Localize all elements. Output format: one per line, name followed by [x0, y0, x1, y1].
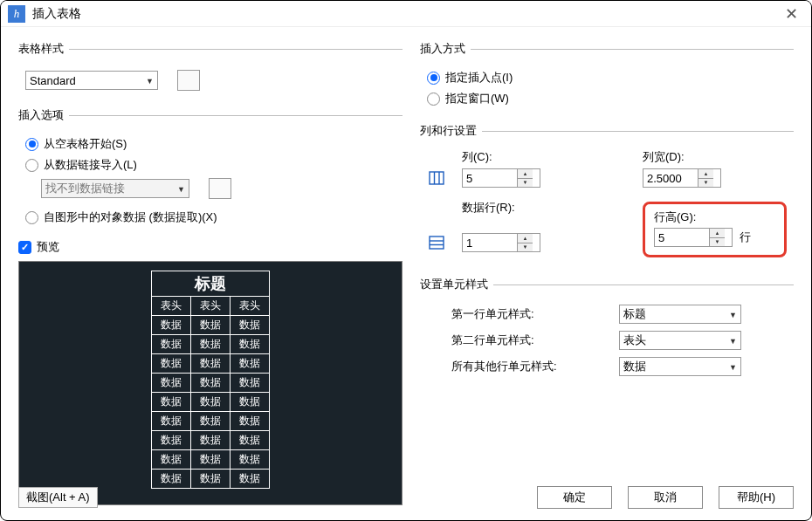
label-columns: 列(C):: [462, 149, 606, 165]
preview-data-cell: 数据: [191, 412, 231, 431]
preview-header-cell: 表头: [231, 297, 270, 316]
radio-from-extraction[interactable]: 自图形中的对象数据 (数据提取)(X): [25, 207, 396, 228]
spinner-rowheight[interactable]: ▲▼: [654, 228, 733, 247]
screenshot-hotkey-hint: 截图(Alt + A): [18, 487, 98, 508]
radio-label: 从空表格开始(S): [44, 136, 127, 152]
preview-data-cell: 数据: [231, 354, 270, 374]
unit-row: 行: [740, 230, 751, 245]
preview-data-cell: 数据: [231, 470, 270, 489]
select-value: 表头: [623, 332, 646, 348]
preview-data-cell: 数据: [152, 335, 191, 354]
preview-data-cell: 数据: [152, 470, 191, 489]
group-insert-option: 插入选项 从空表格开始(S) 从数据链接导入(L) 找不到数据链接 ▼: [18, 107, 403, 237]
radio-insert-window[interactable]: 指定窗口(W): [427, 88, 787, 109]
radio-dot-icon: [25, 211, 38, 224]
group-table-style: 表格样式 Standard ▼: [18, 41, 403, 102]
preview-data-cell: 数据: [191, 393, 231, 412]
radio-from-datalink[interactable]: 从数据链接导入(L): [25, 154, 396, 175]
label-second-row-style: 第二行单元样式:: [427, 332, 619, 348]
legend-insert-method: 插入方式: [420, 41, 471, 57]
preview-data-cell: 数据: [191, 335, 231, 354]
radio-dot-icon: [25, 138, 38, 151]
datalink-browse-button[interactable]: [209, 178, 231, 199]
table-style-settings-button[interactable]: [177, 70, 200, 91]
preview-header-cell: 表头: [191, 297, 231, 316]
label-datarows: 数据行(R):: [462, 200, 606, 216]
close-icon[interactable]: ✕: [778, 3, 804, 24]
select-table-style[interactable]: Standard ▼: [25, 71, 158, 90]
spin-down-icon[interactable]: ▼: [518, 179, 533, 188]
chevron-down-icon: ▼: [729, 337, 737, 346]
svg-rect-16: [430, 237, 444, 249]
select-datalink: 找不到数据链接 ▼: [41, 179, 189, 198]
radio-insert-point[interactable]: 指定插入点(I): [427, 67, 787, 88]
preview-data-cell: 数据: [231, 450, 270, 470]
preview-data-cell: 数据: [152, 450, 191, 470]
spinner-columns[interactable]: ▲▼: [462, 168, 540, 188]
preview-data-cell: 数据: [191, 470, 231, 489]
preview-table: 标题 表头表头表头 数据数据数据数据数据数据数据数据数据数据数据数据数据数据数据…: [151, 271, 270, 489]
app-icon: h: [8, 5, 25, 23]
radio-label: 指定插入点(I): [445, 70, 513, 86]
radio-dot-icon: [427, 93, 440, 106]
preview-data-cell: 数据: [152, 393, 191, 412]
columns-icon: [427, 168, 446, 188]
checkbox-preview[interactable]: ✓ 预览: [18, 237, 403, 257]
select-value: 标题: [623, 306, 646, 322]
label-rowheight: 行高(G):: [654, 210, 696, 223]
preview-title-cell: 标题: [152, 271, 270, 297]
spin-up-icon[interactable]: ▲: [710, 229, 725, 238]
radio-from-empty[interactable]: 从空表格开始(S): [25, 134, 396, 154]
ok-button[interactable]: 确定: [537, 486, 612, 509]
help-button[interactable]: 帮助(H): [719, 486, 794, 509]
checkbox-checked-icon: ✓: [18, 241, 31, 254]
select-value: 找不到数据链接: [45, 181, 125, 196]
preview-data-cell: 数据: [191, 374, 231, 393]
label-first-row-style: 第一行单元样式:: [427, 306, 619, 322]
checkbox-label: 预览: [37, 239, 59, 255]
input-colwidth[interactable]: [643, 169, 698, 187]
spin-down-icon[interactable]: ▼: [518, 243, 533, 252]
preview-data-cell: 数据: [231, 316, 270, 335]
preview-data-cell: 数据: [191, 354, 231, 374]
spin-up-icon[interactable]: ▲: [698, 169, 713, 179]
spin-down-icon[interactable]: ▼: [710, 238, 725, 247]
spinner-colwidth[interactable]: ▲▼: [643, 168, 721, 188]
svg-rect-13: [430, 172, 444, 184]
preview-data-cell: 数据: [152, 316, 191, 335]
chevron-down-icon: ▼: [729, 363, 737, 372]
chevron-down-icon: ▼: [146, 77, 154, 86]
legend-cellstyle: 设置单元样式: [420, 277, 493, 292]
legend-colrow: 列和行设置: [420, 123, 482, 139]
preview-data-cell: 数据: [152, 354, 191, 374]
input-columns[interactable]: [463, 169, 517, 187]
select-value: Standard: [30, 74, 76, 87]
spin-up-icon[interactable]: ▲: [518, 169, 533, 179]
chevron-down-icon: ▼: [729, 311, 737, 319]
select-first-row-style[interactable]: 标题 ▼: [619, 305, 741, 324]
title-bar: h 插入表格 ✕: [1, 1, 811, 27]
preview-data-cell: 数据: [231, 393, 270, 412]
preview-panel: 标题 表头表头表头 数据数据数据数据数据数据数据数据数据数据数据数据数据数据数据…: [18, 261, 403, 505]
preview-data-cell: 数据: [231, 374, 270, 393]
preview-data-cell: 数据: [152, 431, 191, 450]
select-other-row-style[interactable]: 数据 ▼: [619, 357, 741, 376]
cancel-button[interactable]: 取消: [628, 486, 703, 509]
spin-up-icon[interactable]: ▲: [518, 234, 533, 243]
preview-data-cell: 数据: [191, 431, 231, 450]
preview-data-cell: 数据: [152, 374, 191, 393]
input-rowheight[interactable]: [655, 229, 709, 246]
spinner-datarows[interactable]: ▲▼: [462, 233, 540, 252]
preview-data-cell: 数据: [191, 450, 231, 470]
input-datarows[interactable]: [463, 234, 517, 251]
legend-table-style: 表格样式: [18, 41, 69, 57]
legend-insert-option: 插入选项: [18, 107, 69, 123]
group-cellstyle: 设置单元样式 第一行单元样式: 标题 ▼ 第二行单元样式: 表头 ▼: [420, 277, 794, 388]
select-second-row-style[interactable]: 表头 ▼: [619, 331, 741, 350]
radio-dot-icon: [427, 72, 440, 85]
preview-data-cell: 数据: [231, 335, 270, 354]
label-other-row-style: 所有其他行单元样式:: [427, 359, 619, 374]
spin-down-icon[interactable]: ▼: [698, 179, 713, 188]
radio-dot-icon: [25, 159, 38, 172]
label-colwidth: 列宽(D):: [643, 149, 787, 165]
